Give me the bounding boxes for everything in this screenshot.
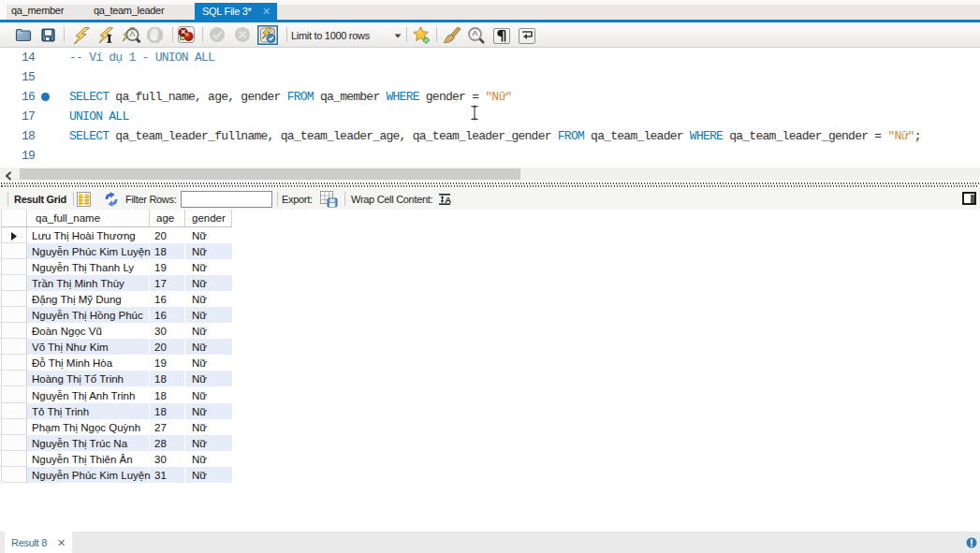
svg-text:A: A bbox=[445, 195, 451, 205]
